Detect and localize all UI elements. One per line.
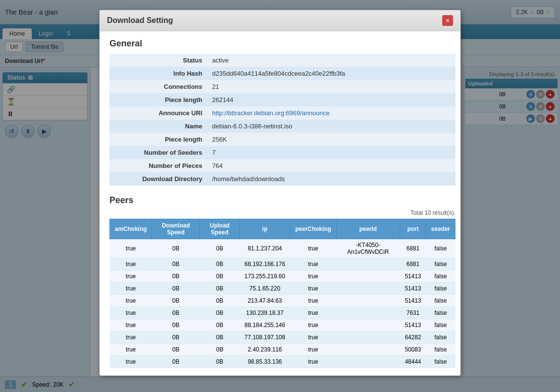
info-row-seeders: Number of Seeders 7 — [109, 146, 455, 159]
label-pieces: Number of Pieces — [109, 159, 207, 172]
peer-downloadSpeed-8: 0B — [152, 344, 200, 356]
info-row-piecelength: Piece length 262144 — [109, 93, 455, 106]
peer-seeder-8: false — [426, 344, 455, 356]
th-amchoking: amChoking — [110, 219, 152, 239]
label-announce: Announce URI — [109, 106, 207, 120]
peer-peerId-4 — [336, 295, 400, 307]
peer-peerId-8 — [336, 344, 400, 356]
peer-downloadSpeed-5: 0B — [152, 307, 200, 319]
peers-table: amChoking Download Speed Upload Speed ip… — [109, 219, 455, 368]
peer-uploadSpeed-3: 0B — [200, 283, 239, 295]
peer-peerChoking-7: true — [290, 331, 336, 344]
peer-ip-9: 98.85.33.136 — [239, 356, 290, 368]
modal-header: Download Setting × — [100, 10, 460, 31]
label-seeders: Number of Seeders — [109, 146, 207, 159]
label-connections: Connections — [109, 80, 207, 93]
peer-ip-7: 77.108.197.108 — [239, 331, 290, 344]
peer-peerId-2 — [336, 270, 400, 283]
peer-ip-0: 81.1.237.204 — [239, 239, 290, 258]
peer-row-0: true0B0B81.1.237.204true-KT4050-An1vCfWv… — [110, 239, 455, 258]
peer-amChoking-9: true — [110, 356, 152, 368]
peer-peerId-7 — [336, 331, 400, 344]
th-ip: ip — [239, 219, 290, 239]
peer-peerId-3 — [336, 283, 400, 295]
peer-peerId-5 — [336, 307, 400, 319]
peer-uploadSpeed-5: 0B — [200, 307, 239, 319]
value-name: debian-6.0.3-i386-netinst.iso — [207, 120, 455, 133]
peer-peerChoking-8: true — [290, 344, 336, 356]
label-infohash: Info Hash — [109, 67, 207, 80]
info-row-connections: Connections 21 — [109, 80, 455, 93]
peer-seeder-0: false — [426, 239, 455, 258]
peer-seeder-3: false — [426, 283, 455, 295]
peer-port-1: 6881 — [400, 258, 426, 270]
modal-overlay: Download Setting × General Status active… — [0, 0, 560, 392]
peer-row-9: true0B0B98.85.33.136true48444false — [110, 356, 455, 368]
peer-port-7: 64282 — [400, 331, 426, 344]
info-row-directory: Download Directory /home/behdad/download… — [109, 172, 455, 186]
value-infohash: d235dd640a4114a5fe804cdceea2c40e22ffb3fa — [207, 67, 455, 80]
modal-title: Download Setting — [107, 16, 173, 25]
label-directory: Download Directory — [109, 172, 207, 186]
info-row-pieces: Number of Pieces 764 — [109, 159, 455, 172]
peer-ip-6: 88.184.255.146 — [239, 319, 290, 331]
th-seeder: seeder — [426, 219, 455, 239]
value-pieces: 764 — [207, 159, 455, 172]
info-table: Status active Info Hash d235dd640a4114a5… — [109, 54, 455, 186]
value-status: active — [207, 54, 455, 67]
peer-uploadSpeed-2: 0B — [200, 270, 239, 283]
modal-close-button[interactable]: × — [442, 15, 453, 26]
peer-amChoking-4: true — [110, 295, 152, 307]
info-row-announce: Announce URI http://bttracker.debian.org… — [109, 106, 455, 120]
total-results: Total 10 result(s). — [109, 209, 455, 216]
peer-seeder-7: false — [426, 331, 455, 344]
peer-peerId-6 — [336, 319, 400, 331]
peer-peerChoking-6: true — [290, 319, 336, 331]
peer-peerChoking-1: true — [290, 258, 336, 270]
peer-port-0: 6881 — [400, 239, 426, 258]
peer-peerId-9 — [336, 356, 400, 368]
value-announce: http://bttracker.debian.org:6969/announc… — [207, 106, 455, 120]
th-port: port — [400, 219, 426, 239]
peer-ip-2: 173.255.219.60 — [239, 270, 290, 283]
peer-peerChoking-3: true — [290, 283, 336, 295]
peer-peerChoking-9: true — [290, 356, 336, 368]
peer-uploadSpeed-1: 0B — [200, 258, 239, 270]
announce-link[interactable]: http://bttracker.debian.org:6969/announc… — [212, 109, 330, 117]
peer-seeder-2: false — [426, 270, 455, 283]
peer-row-5: true0B0B130.239.18.37true7631false — [110, 307, 455, 319]
peer-peerChoking-4: true — [290, 295, 336, 307]
peer-uploadSpeed-6: 0B — [200, 319, 239, 331]
peer-seeder-5: false — [426, 307, 455, 319]
peer-ip-1: 68.192.166.176 — [239, 258, 290, 270]
peer-uploadSpeed-4: 0B — [200, 295, 239, 307]
peer-amChoking-1: true — [110, 258, 152, 270]
peer-ip-4: 213.47.84.63 — [239, 295, 290, 307]
download-setting-modal: Download Setting × General Status active… — [99, 10, 461, 376]
peer-downloadSpeed-1: 0B — [152, 258, 200, 270]
peer-seeder-9: false — [426, 356, 455, 368]
peer-port-3: 51413 — [400, 283, 426, 295]
value-seeders: 7 — [207, 146, 455, 159]
peers-header-row: amChoking Download Speed Upload Speed ip… — [110, 219, 455, 239]
peer-peerId-1 — [336, 258, 400, 270]
th-downloadspeed: Download Speed — [152, 219, 200, 239]
peer-ip-8: 2.40.239.116 — [239, 344, 290, 356]
peer-downloadSpeed-9: 0B — [152, 356, 200, 368]
peer-seeder-6: false — [426, 319, 455, 331]
label-status: Status — [109, 54, 207, 67]
peer-row-2: true0B0B173.255.219.60true51413false — [110, 270, 455, 283]
th-peerid: peerId — [336, 219, 400, 239]
peer-amChoking-7: true — [110, 331, 152, 344]
label-name: Name — [109, 120, 207, 133]
peer-port-6: 51413 — [400, 319, 426, 331]
peer-seeder-1: false — [426, 258, 455, 270]
peer-downloadSpeed-7: 0B — [152, 331, 200, 344]
peer-seeder-4: false — [426, 295, 455, 307]
peer-uploadSpeed-8: 0B — [200, 344, 239, 356]
peer-row-4: true0B0B213.47.84.63true51413false — [110, 295, 455, 307]
info-row-piecelength2: Piece length 256K — [109, 133, 455, 146]
peer-peerChoking-0: true — [290, 239, 336, 258]
modal-scroll-inner[interactable]: General Status active Info Hash d235dd64… — [100, 31, 460, 375]
peer-uploadSpeed-7: 0B — [200, 331, 239, 344]
